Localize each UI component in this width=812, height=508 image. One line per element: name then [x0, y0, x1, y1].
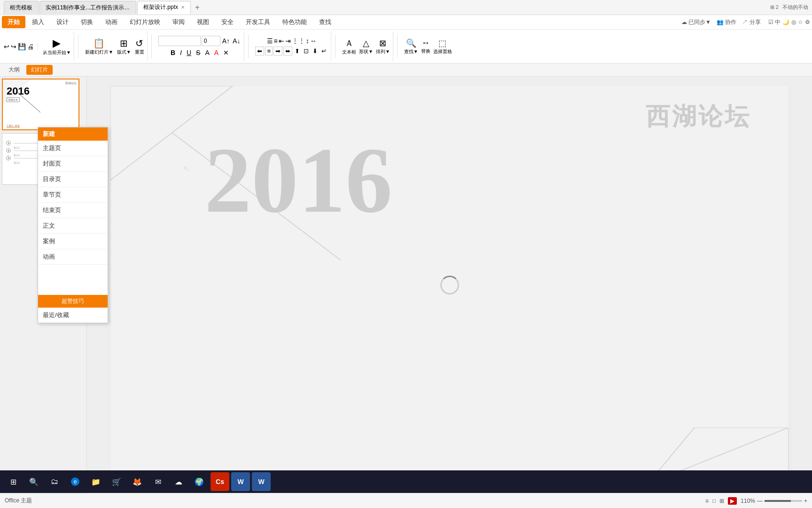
zoom-minus-button[interactable]: — — [757, 498, 763, 504]
checkbox-moon[interactable]: 🌙 — [782, 19, 789, 25]
search-taskbar-button[interactable]: 🔍 — [24, 472, 43, 491]
menu-item-toc[interactable]: 目录页 — [38, 172, 108, 187]
new-slide-button[interactable]: 📋 新建幻灯片▼ — [85, 38, 113, 56]
menu-item-cover[interactable]: 封面页 — [38, 156, 108, 172]
align-center-button[interactable]: ≡ — [265, 47, 273, 56]
view-play-icon[interactable]: ▶ — [728, 497, 737, 505]
ribbon-tab-start[interactable]: 开始 — [2, 16, 25, 28]
view-tab-outline[interactable]: 大纲 — [4, 65, 24, 75]
task-view-button[interactable]: 🗂 — [45, 472, 64, 491]
align-left-button[interactable]: ⬅ — [255, 47, 264, 56]
tab-2[interactable]: 实例11制作事业...工作报告演示文稿 — [39, 1, 136, 14]
dir-button[interactable]: ↔ — [310, 37, 317, 45]
redo-button[interactable]: ↪ — [11, 43, 16, 50]
font-grow-button[interactable]: A↑ — [221, 37, 231, 45]
menu-item-case[interactable]: 案例 — [38, 234, 108, 249]
increase-indent-button[interactable]: ⇥ — [285, 37, 291, 45]
save-button[interactable]: 💾 — [18, 43, 26, 50]
ribbon-tab-insert[interactable]: 插入 — [26, 16, 50, 28]
font-size-input[interactable] — [202, 36, 220, 46]
share-button[interactable]: ↗ 分享 — [742, 18, 760, 26]
tab-3[interactable]: 框架设计.pptx ✕ — [137, 1, 191, 14]
browser-button[interactable]: e — [66, 472, 85, 491]
ribbon-tab-security[interactable]: 安全 — [216, 16, 239, 28]
ribbon-tab-slideshow[interactable]: 幻灯片放映 — [124, 16, 166, 28]
firefox-button[interactable]: 🦊 — [128, 472, 147, 491]
underline-button[interactable]: U — [185, 48, 193, 57]
align-middle-button[interactable]: ⊡ — [302, 47, 310, 55]
ribbon-group-paragraph: ☰ ≡ ⇤ ⇥ ⋮⋮ ↕ ↔ ⬅ ≡ ➡ ⬌ ⬆ ⊡ ⬇ ↵ — [252, 32, 331, 61]
tab-add-button[interactable]: + — [192, 2, 203, 13]
align-bottom-button[interactable]: ⬇ — [311, 47, 319, 55]
ribbon-tab-dev[interactable]: 开发工具 — [240, 16, 276, 28]
align-justify-button[interactable]: ⬌ — [283, 47, 292, 56]
columns-button[interactable]: ⋮⋮ — [292, 37, 305, 45]
word-button-2[interactable]: W — [252, 472, 271, 491]
reset-button[interactable]: ↺ 重置 — [135, 38, 144, 56]
line-spacing-button[interactable]: ↕ — [306, 37, 309, 45]
onedrive-button[interactable]: ☁ — [169, 472, 188, 491]
ribbon-tab-design[interactable]: 设计 — [51, 16, 74, 28]
tab-1[interactable]: 框壳模板 — [4, 1, 39, 14]
chrome-button[interactable]: 🌍 — [190, 472, 209, 491]
slide-thumb-1[interactable]: 西湖论坛 2016 标题文本 汇报人: 姓名 — [2, 79, 79, 130]
shadow-button[interactable]: A — [203, 48, 211, 57]
decrease-indent-button[interactable]: ⇤ — [279, 37, 284, 45]
menu-item-animation[interactable]: 动画 — [38, 249, 108, 265]
view-normal-icon[interactable]: ≡ — [705, 498, 709, 504]
menu-recent[interactable]: 最近/收藏 — [38, 308, 108, 323]
arrange-button[interactable]: ⊠ 排列▼ — [376, 38, 390, 55]
align-right-button[interactable]: ➡ — [273, 47, 282, 56]
zoom-slider[interactable] — [765, 500, 802, 502]
menu-item-end[interactable]: 结束页 — [38, 203, 108, 218]
quick-print-button[interactable]: 🖨 — [27, 43, 34, 50]
view-tab-slides[interactable]: 幻灯片 — [26, 65, 53, 75]
start-slideshow-button[interactable]: ▶ 从当前开始▼ — [43, 37, 71, 56]
menu-item-theme[interactable]: 主题页 — [38, 141, 108, 156]
start-button[interactable]: ⊞ — [4, 472, 23, 491]
word-button[interactable]: W — [231, 472, 250, 491]
bold-button[interactable]: B — [169, 48, 177, 57]
app-button-1[interactable]: Cs — [211, 472, 229, 491]
paragraph-dir-button[interactable]: ↵ — [320, 47, 328, 55]
text-box-button[interactable]: Ａ 文本框 — [342, 38, 356, 56]
file-explorer-button[interactable]: 📁 — [86, 472, 105, 491]
find-button[interactable]: 🔍 查找▼ — [404, 38, 418, 55]
font-name-input[interactable] — [158, 36, 201, 46]
tab-3-close-icon[interactable]: ✕ — [181, 5, 185, 10]
strikethrough-button[interactable]: S — [194, 48, 202, 57]
italic-button[interactable]: I — [178, 48, 184, 57]
shape-button[interactable]: △ 形状▼ — [359, 38, 373, 55]
menu-footer[interactable]: 超赞技巧 — [38, 295, 108, 308]
ribbon-tab-feature[interactable]: 特色功能 — [277, 16, 312, 28]
ribbon-tab-review[interactable]: 审阅 — [167, 16, 190, 28]
numbered-list-button[interactable]: ≡ — [274, 37, 278, 45]
ribbon-tab-find[interactable]: 查找 — [313, 16, 337, 28]
checkbox-circle[interactable]: ◎ — [791, 19, 796, 25]
settings-icon[interactable]: ⚙ — [805, 19, 810, 25]
menu-item-text[interactable]: 正文 — [38, 218, 108, 234]
checkbox-star[interactable]: ☆ — [798, 19, 803, 25]
layout-button[interactable]: ⊞ 版式▼ — [117, 38, 131, 56]
bullet-list-button[interactable]: ☰ — [267, 37, 273, 45]
divider-1 — [78, 35, 78, 58]
clear-format-button[interactable]: ✕ — [221, 48, 231, 57]
align-top-button[interactable]: ⬆ — [293, 47, 301, 55]
font-color-button[interactable]: A — [212, 48, 220, 57]
view-grid-icon[interactable]: ⊞ — [719, 498, 724, 504]
checkbox-zhong[interactable]: ☑ 中 — [768, 18, 781, 26]
view-slide-icon[interactable]: □ — [712, 498, 716, 504]
zoom-plus-button[interactable]: + — [804, 498, 807, 504]
sync-button[interactable]: ☁ 已同步▼ — [681, 18, 711, 26]
undo-button[interactable]: ↩ — [4, 43, 9, 50]
ribbon-tab-view[interactable]: 视图 — [191, 16, 215, 28]
mail-button[interactable]: ✉ — [148, 472, 167, 491]
ribbon-tab-transition[interactable]: 切换 — [75, 16, 99, 28]
font-shrink-button[interactable]: A↓ — [232, 37, 241, 45]
select-button[interactable]: ⬚ 选择置格 — [433, 38, 452, 55]
menu-item-chapter[interactable]: 章节页 — [38, 187, 108, 203]
store-button[interactable]: 🛒 — [107, 472, 126, 491]
ribbon-tab-animation[interactable]: 动画 — [100, 16, 123, 28]
replace-button[interactable]: ↔ 替换 — [421, 38, 430, 55]
collab-button[interactable]: 👥 协作 — [717, 18, 736, 26]
